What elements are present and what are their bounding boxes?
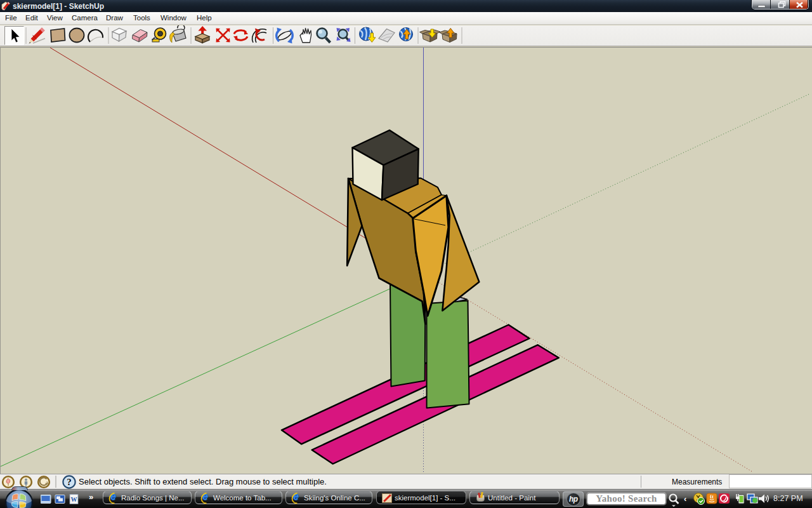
svg-text:?: ? (67, 477, 72, 487)
svg-text:W: W (71, 496, 77, 503)
